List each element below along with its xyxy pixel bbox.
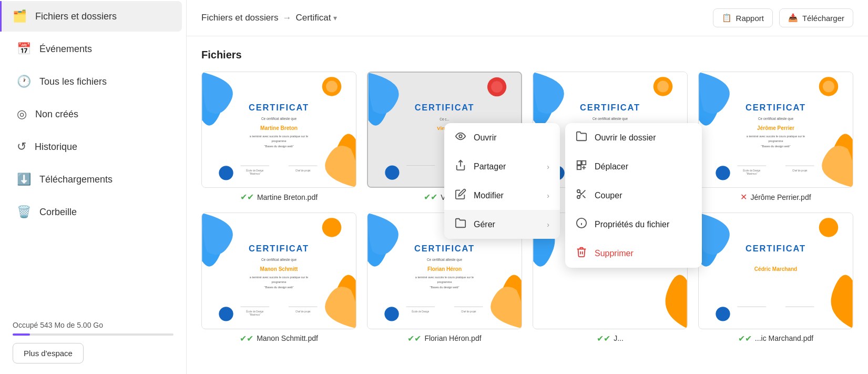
file-thumb-8: CERTIFICAT Cédric Marchand — [698, 213, 853, 329]
svg-text:Chef de projet: Chef de projet — [295, 169, 311, 172]
move-icon — [576, 159, 587, 174]
svg-text:"Bases du design web": "Bases du design web" — [430, 286, 459, 289]
rapport-icon: 📋 — [722, 13, 732, 23]
file-card-4[interactable]: CERTIFICAT Ce certificat atteste que Jér… — [698, 72, 853, 202]
sub-couper-label: Couper — [595, 191, 622, 200]
svg-text:"Bases du design web": "Bases du design web" — [761, 145, 791, 148]
header-actions: 📋 Rapport 📥 Télécharger — [713, 8, 853, 27]
file-name-8: ✔✔ ...ic Marchand.pdf — [738, 333, 813, 343]
svg-text:a terminé avec succès le cours: a terminé avec succès le cours pratique … — [415, 276, 474, 279]
svg-text:a terminé avec succès le cours: a terminé avec succès le cours pratique … — [250, 276, 308, 279]
double-check-icon-6: ✔✔ — [407, 333, 421, 343]
sidebar-item-evenements[interactable]: 📅 Événements — [4, 34, 182, 64]
sidebar-item-non-crees[interactable]: ◎ Non créés — [4, 99, 182, 129]
sidebar-item-historique[interactable]: ↺ Historique — [4, 132, 182, 162]
svg-text:"Bases du design web": "Bases du design web" — [264, 286, 294, 289]
sub-menu-couper[interactable]: Couper — [565, 181, 702, 210]
svg-text:CERTIFICAT: CERTIFICAT — [414, 244, 475, 253]
svg-text:Ce certificat atteste que: Ce certificat atteste que — [261, 117, 297, 121]
svg-point-96 — [577, 190, 580, 193]
file-thumb-5: CERTIFICAT Ce certificat atteste que Man… — [201, 213, 356, 329]
file-thumb-4: CERTIFICAT Ce certificat atteste que Jér… — [698, 72, 853, 188]
svg-text:Ce certificat atteste que: Ce certificat atteste que — [758, 117, 793, 121]
sidebar-item-fichiers[interactable]: 🗂️ Fichiers et dossiers — [0, 1, 182, 32]
svg-text:Ce certificat atteste que: Ce certificat atteste que — [593, 117, 628, 121]
context-menu-modifier[interactable]: Modifier › — [444, 181, 560, 210]
sub-deplacer-label: Déplacer — [595, 162, 628, 171]
sub-menu-ouvrir-dossier[interactable]: Ouvrir le dossier — [565, 123, 702, 152]
svg-text:programme: programme — [272, 139, 287, 143]
double-check-icon-7: ✔✔ — [597, 333, 610, 343]
svg-point-85 — [819, 218, 839, 237]
file-name-7: ✔✔ J... — [597, 333, 624, 343]
sidebar-item-label: Fichiers et dossiers — [35, 11, 117, 22]
svg-text:Chef de projet: Chef de projet — [461, 310, 476, 313]
svg-text:a terminé avec succès le cours: a terminé avec succès le cours pratique … — [747, 135, 805, 138]
double-check-icon-5: ✔✔ — [240, 333, 253, 343]
file-card-8[interactable]: CERTIFICAT Cédric Marchand ✔✔ ...ic Marc… — [698, 213, 853, 343]
sidebar-item-label: Événements — [39, 44, 92, 55]
svg-point-41 — [823, 80, 834, 92]
telecharger-label: Télécharger — [802, 14, 844, 23]
context-partager-label: Partager — [474, 162, 506, 171]
context-menu-gerer[interactable]: Gérer › — [444, 210, 560, 239]
sidebar-item-label: Non créés — [35, 109, 78, 120]
context-menu: Ouvrir Partager › Modifier › Gé — [444, 123, 560, 239]
rapport-button[interactable]: 📋 Rapport — [713, 8, 773, 27]
svg-text:"Bases du design web": "Bases du design web" — [264, 145, 294, 148]
context-ouvrir-label: Ouvrir — [474, 133, 497, 143]
sidebar: 🗂️ Fichiers et dossiers 📅 Événements 🕐 T… — [0, 0, 187, 374]
folder-icon: 🗂️ — [13, 9, 27, 23]
modifier-arrow-icon: › — [547, 191, 549, 200]
file-card-1[interactable]: CERTIFICAT Ce certificat atteste que Mar… — [201, 72, 356, 202]
sidebar-item-tous[interactable]: 🕐 Tous les fichiers — [4, 66, 182, 97]
svg-text:programme: programme — [769, 139, 783, 143]
double-check-icon-8: ✔✔ — [738, 333, 752, 343]
partager-arrow-icon: › — [547, 163, 549, 171]
context-menu-ouvrir[interactable]: Ouvrir — [444, 123, 560, 152]
svg-rect-95 — [577, 166, 581, 169]
svg-text:Ce c...: Ce c... — [440, 117, 450, 121]
sidebar-footer: Occupé 543 Mo de 5.00 Go Plus d'espace — [0, 310, 186, 374]
svg-text:Manon Schmitt: Manon Schmitt — [260, 266, 299, 272]
svg-text:a terminé avec succès le cours: a terminé avec succès le cours pratique … — [250, 135, 308, 138]
context-menu-partager[interactable]: Partager › — [444, 152, 560, 181]
svg-text:Jérôme Perrier: Jérôme Perrier — [757, 125, 794, 131]
svg-text:Chef de projet: Chef de projet — [295, 310, 311, 313]
svg-text:École de Design: École de Design — [412, 310, 430, 313]
sub-ouvrir-dossier-label: Ouvrir le dossier — [595, 133, 656, 143]
breadcrumb-separator: → — [282, 13, 291, 23]
double-check-icon: ✔✔ — [240, 192, 254, 202]
file-card-5[interactable]: CERTIFICAT Ce certificat atteste que Man… — [201, 213, 356, 343]
svg-text:programme: programme — [272, 281, 287, 284]
svg-text:"Maximus": "Maximus" — [249, 173, 261, 175]
share-icon — [455, 159, 466, 174]
svg-text:Chef de projet: Chef de projet — [792, 169, 808, 172]
breadcrumb-current: Certificat ▾ — [295, 13, 336, 23]
file-name-4: ✕ Jérôme Perrier.pdf — [740, 192, 811, 202]
main-panel: Fichiers et dossiers → Certificat ▾ 📋 Ra… — [187, 0, 868, 374]
svg-text:Cédric Marchand: Cédric Marchand — [754, 266, 797, 272]
storage-fill — [13, 333, 30, 336]
more-space-button[interactable]: Plus d'espace — [13, 343, 84, 363]
sub-menu-deplacer[interactable]: Déplacer — [565, 152, 702, 181]
svg-text:"Maximus": "Maximus" — [249, 314, 261, 317]
section-title: Fichiers — [201, 49, 853, 61]
sub-supprimer-label: Supprimer — [595, 249, 634, 258]
svg-rect-94 — [582, 161, 586, 165]
file-label-8: ...ic Marchand.pdf — [755, 334, 813, 342]
svg-text:CERTIFICAT: CERTIFICAT — [249, 244, 309, 253]
svg-text:Martine Breton: Martine Breton — [260, 125, 298, 131]
sub-menu-supprimer[interactable]: Supprimer — [565, 239, 702, 268]
sidebar-item-telechargements[interactable]: ⬇️ Téléchargements — [4, 164, 182, 195]
sidebar-item-corbeille[interactable]: 🗑️ Corbeille — [4, 197, 182, 227]
eye-icon — [455, 130, 466, 145]
svg-text:CERTIFICAT: CERTIFICAT — [746, 103, 806, 112]
sub-proprietes-label: Propriétés du fichier — [595, 220, 669, 229]
telecharger-icon: 📥 — [788, 13, 798, 23]
telecharger-button[interactable]: 📥 Télécharger — [779, 8, 853, 27]
sub-menu-proprietes[interactable]: Propriétés du fichier — [565, 210, 702, 239]
cross-icon-4: ✕ — [740, 192, 747, 202]
file-name-5: ✔✔ Manon Schmitt.pdf — [240, 333, 318, 343]
scissors-icon — [576, 188, 587, 203]
